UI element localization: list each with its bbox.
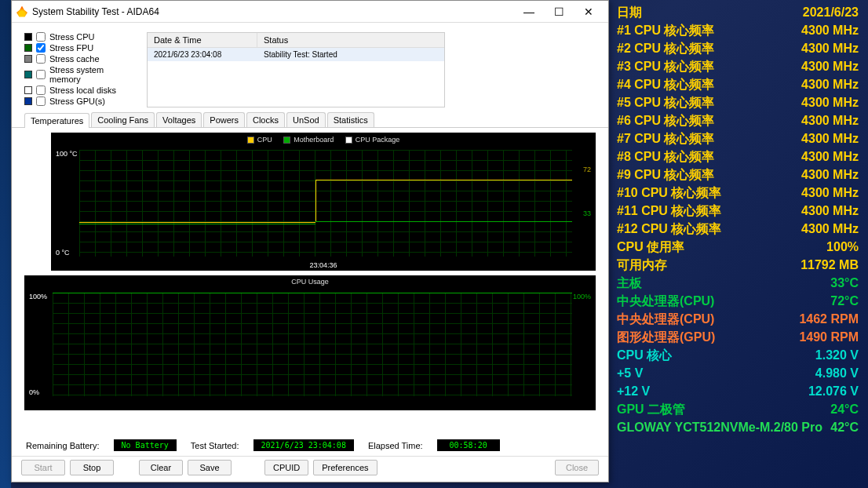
osd-key: 中央处理器(CPU) (617, 292, 714, 310)
osd-value: 2021/6/23 (803, 3, 859, 21)
close-button[interactable]: ✕ (574, 1, 604, 23)
osd-value: 42°C (830, 418, 859, 436)
minimize-button[interactable]: — (514, 1, 544, 23)
osd-value: 4300 MHz (801, 93, 859, 111)
usage-y-bot: 0% (29, 388, 39, 396)
osd-value: 4300 MHz (801, 129, 859, 147)
osd-value: 100% (826, 238, 859, 256)
fpu-color-swatch (24, 44, 32, 52)
osd-value: 1.320 V (815, 346, 859, 364)
stress-mem-label: Stress system memory (49, 65, 134, 84)
cpuid-button[interactable]: CPUID (264, 460, 308, 475)
osd-key: GLOWAY YCT512NVMe-M.2/80 Pro (617, 418, 822, 436)
stress-cpu-checkbox[interactable] (36, 32, 46, 42)
osd-key: #4 CPU 核心频率 (617, 75, 714, 93)
stress-disk-row[interactable]: Stress local disks (24, 86, 134, 95)
osd-value: 4300 MHz (801, 75, 859, 93)
started-value: 2021/6/23 23:04:08 (253, 439, 354, 451)
stress-cache-checkbox[interactable] (36, 54, 46, 64)
temp-reading-mb: 33 (583, 209, 591, 217)
osd-value: 4300 MHz (801, 21, 859, 39)
osd-value: 4300 MHz (801, 39, 859, 57)
log-row[interactable]: 2021/6/23 23:04:08 Stability Test: Start… (148, 48, 444, 61)
osd-key: #1 CPU 核心频率 (617, 21, 714, 39)
app-icon (16, 6, 27, 17)
stress-mem-checkbox[interactable] (36, 70, 46, 79)
top-panel: Stress CPU Stress FPU Stress cache Stres… (12, 23, 608, 112)
osd-row: #7 CPU 核心频率4300 MHz (617, 129, 859, 147)
tab-unused[interactable]: UnSod (286, 112, 326, 127)
save-button[interactable]: Save (188, 460, 232, 475)
gpu-color-swatch (24, 97, 32, 105)
osd-key: #11 CPU 核心频率 (617, 202, 721, 220)
osd-value: 33°C (830, 274, 859, 292)
stress-fpu-checkbox[interactable] (36, 43, 46, 53)
legend-pkg-swatch (345, 137, 352, 144)
status-bar: Remaining Battery: No Battery Test Start… (12, 435, 608, 456)
sensor-tabs: Temperatures Cooling Fans Voltages Power… (12, 112, 608, 128)
osd-key: #3 CPU 核心频率 (617, 57, 714, 75)
tab-clocks[interactable]: Clocks (246, 112, 285, 127)
stop-button[interactable]: Stop (70, 460, 114, 475)
cache-color-swatch (24, 55, 32, 63)
stress-mem-row[interactable]: Stress system memory (24, 65, 134, 84)
log-header-status[interactable]: Status (257, 33, 294, 47)
osd-value: 4300 MHz (801, 111, 859, 129)
osd-key: #6 CPU 核心频率 (617, 111, 714, 129)
disk-color-swatch (24, 86, 32, 94)
osd-key: #2 CPU 核心频率 (617, 39, 714, 57)
osd-row: #10 CPU 核心频率4300 MHz (617, 184, 859, 202)
tab-powers[interactable]: Powers (203, 112, 245, 127)
stress-disk-checkbox[interactable] (36, 86, 46, 95)
osd-row: #9 CPU 核心频率4300 MHz (617, 166, 859, 184)
osd-row: 中央处理器(CPU)1462 RPM (617, 310, 859, 328)
start-button[interactable]: Start (21, 460, 65, 475)
log-header-datetime[interactable]: Date & Time (148, 33, 257, 47)
osd-row: #1 CPU 核心频率4300 MHz (617, 21, 859, 39)
osd-row: #2 CPU 核心频率4300 MHz (617, 39, 859, 57)
osd-value: 4300 MHz (801, 202, 859, 220)
osd-key: #5 CPU 核心频率 (617, 93, 714, 111)
osd-row: +12 V12.076 V (617, 382, 859, 400)
osd-row: #11 CPU 核心频率4300 MHz (617, 202, 859, 220)
temp-grid (79, 150, 572, 257)
osd-value: 72°C (830, 292, 859, 310)
preferences-button[interactable]: Preferences (313, 460, 377, 475)
osd-value: 1490 RPM (799, 328, 859, 346)
osd-row: 图形处理器(GPU)1490 RPM (617, 328, 859, 346)
osd-row: #8 CPU 核心频率4300 MHz (617, 147, 859, 166)
temp-reading-cpu: 72 (583, 166, 591, 173)
stress-gpu-checkbox[interactable] (36, 97, 46, 106)
osd-row: #4 CPU 核心频率4300 MHz (617, 75, 859, 93)
stress-cache-row[interactable]: Stress cache (24, 54, 134, 64)
usage-title: CPU Usage (24, 275, 596, 288)
osd-row: 日期2021/6/23 (617, 3, 859, 21)
osd-row: CPU 核心1.320 V (617, 346, 859, 364)
stress-cpu-label: Stress CPU (49, 32, 94, 42)
stress-gpu-row[interactable]: Stress GPU(s) (24, 97, 134, 106)
cpu-usage-chart: CPU Usage 100% 0% 100% (24, 275, 596, 410)
stress-cpu-row[interactable]: Stress CPU (24, 32, 134, 42)
elapsed-value: 00:58:20 (437, 439, 500, 451)
osd-value: 4300 MHz (801, 184, 859, 202)
maximize-button[interactable]: ☐ (544, 1, 574, 23)
legend-pkg: CPU Package (356, 136, 400, 144)
usage-y-top: 100% (29, 293, 47, 300)
osd-row: +5 V4.980 V (617, 364, 859, 382)
tab-cooling-fans[interactable]: Cooling Fans (91, 112, 155, 127)
mem-color-swatch (24, 71, 32, 78)
tab-statistics[interactable]: Statistics (327, 112, 374, 127)
battery-value: No Battery (114, 439, 177, 451)
legend-mb: Motherboard (294, 136, 334, 144)
close-dialog-button[interactable]: Close (555, 460, 599, 475)
cpu-color-swatch (24, 33, 32, 41)
tab-temperatures[interactable]: Temperatures (24, 113, 89, 128)
osd-row: 中央处理器(CPU)72°C (617, 292, 859, 310)
stress-fpu-row[interactable]: Stress FPU (24, 43, 134, 53)
osd-key: +12 V (617, 382, 650, 400)
clear-button[interactable]: Clear (139, 460, 183, 475)
osd-key: CPU 核心 (617, 346, 672, 364)
osd-row: #6 CPU 核心频率4300 MHz (617, 111, 859, 129)
titlebar[interactable]: System Stability Test - AIDA64 — ☐ ✕ (12, 1, 608, 23)
tab-voltages[interactable]: Voltages (156, 112, 202, 127)
